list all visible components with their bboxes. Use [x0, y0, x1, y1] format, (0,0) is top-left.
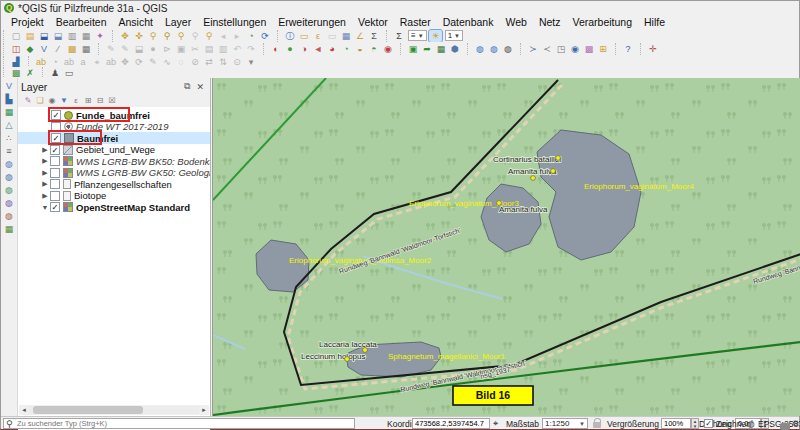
overlay-split-icon[interactable]: ◓ — [368, 43, 381, 55]
map-tips-icon[interactable]: ☀ — [429, 30, 442, 42]
menu-ansicht[interactable]: Ansicht — [112, 16, 158, 28]
statistical-summary-icon[interactable]: Σ — [368, 30, 381, 42]
hscroll-left-arrow[interactable]: ◂ — [19, 406, 29, 414]
zoom-full-icon[interactable]: ⚲ — [175, 30, 188, 42]
layout-runner-icon[interactable]: ▣ — [407, 43, 420, 55]
data-plot-icon[interactable]: ▟ — [10, 56, 23, 68]
python-console-icon[interactable]: ≻ — [527, 43, 540, 55]
hscroll-right-arrow[interactable]: ▸ — [199, 406, 209, 414]
add-postgis-layer-icon[interactable]: ◍ — [3, 171, 16, 183]
overlay-union-icon[interactable]: ● — [284, 43, 297, 55]
layer-item-funde-wt-2017-2019[interactable]: Funde WT 2017-2019 — [18, 121, 210, 133]
add-delimited-text-layer-icon[interactable]: ≡ — [3, 145, 16, 157]
measure-line-icon[interactable]: ∠ — [354, 30, 367, 42]
field-calculator-icon[interactable]: ▩ — [66, 43, 79, 55]
layer-item-gebiet-und-wege[interactable]: ▶✓Gebiet_und_Wege — [18, 144, 210, 156]
remove-layer-icon[interactable]: ☒ — [107, 96, 118, 106]
overlay-difference-icon[interactable]: ◐ — [270, 43, 283, 55]
redo-icon[interactable]: ↷ — [245, 43, 258, 55]
web-services-icon[interactable]: ◍ — [502, 43, 515, 55]
copy-features-icon[interactable]: ▤ — [203, 43, 216, 55]
magnifier-input[interactable] — [661, 418, 691, 429]
overlay-dissolve-icon[interactable]: ◉ — [382, 43, 395, 55]
add-mesh-layer-icon[interactable]: △ — [3, 119, 16, 131]
label-blocker-icon[interactable]: ⊘ — [189, 56, 202, 68]
layer-visibility-checkbox[interactable]: ✓ — [50, 145, 60, 155]
layer-labeling-icon[interactable]: ab — [35, 56, 48, 68]
label-pin-icon[interactable]: ⌖ — [91, 56, 104, 68]
style-manager-icon[interactable]: ✦ — [94, 30, 107, 42]
scale-combobox[interactable]: 1:1250▼ — [542, 418, 588, 429]
layer-item-wms-lgrb-bw-gk50-geologische[interactable]: ▶WMS LGRB-BW GK50: Geologische Karte 1 :… — [18, 167, 210, 179]
label-stack-icon[interactable]: ⇅ — [217, 56, 230, 68]
menu-verarbeitung[interactable]: Verarbeitung — [566, 16, 638, 28]
render-checkbox[interactable]: ✓ — [704, 419, 713, 428]
label-move-icon[interactable]: ✥ — [119, 56, 132, 68]
layer-item-biotope[interactable]: ▶Biotope — [18, 190, 210, 202]
menu-netz[interactable]: Netz — [533, 16, 567, 28]
save-project-icon[interactable]: ⬓ — [38, 30, 51, 42]
add-vector-layer-icon[interactable]: ▙ — [3, 93, 16, 105]
zoom-to-layer-icon[interactable]: ⚲ — [203, 30, 216, 42]
label-center-icon[interactable]: ⊙ — [231, 56, 244, 68]
layer-visibility-checkbox[interactable]: ✓ — [51, 110, 61, 120]
share-tool-icon[interactable]: ◉ — [569, 43, 582, 55]
menu-vektor[interactable]: Vektor — [352, 16, 394, 28]
layer-item-funde-baumfrei[interactable]: ✓Funde_baumfrei — [18, 109, 210, 121]
expander-icon[interactable]: ▼ — [40, 204, 50, 211]
label-callout-icon[interactable]: ◌ — [175, 56, 188, 68]
add-wfs-layer-icon[interactable]: ◍ — [3, 197, 16, 209]
add-arcgis-layer-icon[interactable]: ◍ — [3, 210, 16, 222]
crosshair-tool-icon[interactable]: ✛ — [647, 43, 660, 55]
crs-globe-icon[interactable]: ◍ — [747, 419, 755, 429]
filter-legend-icon[interactable]: ▼ — [59, 96, 70, 106]
open-project-icon[interactable]: ▤ — [24, 30, 37, 42]
add-spatialite-layer-icon[interactable]: ◍ — [3, 158, 16, 170]
add-wms-layer-icon[interactable]: ◍ — [3, 184, 16, 196]
select-features-icon[interactable]: ▭ — [298, 30, 311, 42]
open-layer-styling-icon[interactable]: ✎ — [23, 96, 34, 106]
overlay-intersect-icon[interactable]: ◕ — [326, 43, 339, 55]
menu-layer[interactable]: Layer — [159, 16, 197, 28]
paste-features-icon[interactable]: ▥ — [217, 43, 230, 55]
layout-manager-icon[interactable]: ▦ — [80, 30, 93, 42]
menu-einstellungen[interactable]: Einstellungen — [197, 16, 272, 28]
vertex-tool-icon[interactable]: ⊳ — [161, 43, 174, 55]
expander-icon[interactable]: ▶ — [40, 146, 50, 154]
toggle-editing-icon[interactable]: ✎ — [119, 43, 132, 55]
html-export-icon[interactable]: ◳ — [555, 43, 568, 55]
label-change-icon[interactable]: ✎ — [147, 56, 160, 68]
layer-item-openstreetmap-standard[interactable]: ▼✓OpenStreetMap Standard — [18, 201, 210, 213]
color-grid-icon[interactable]: ▩ — [583, 43, 596, 55]
deselect-all-icon[interactable]: ▭ — [326, 30, 339, 42]
overlay-erase-icon[interactable]: ◄ — [312, 43, 325, 55]
add-point-cloud-layer-icon[interactable]: ∴ — [3, 132, 16, 144]
layer-item-wms-lgrb-bw-bk50-bodenkarte-[interactable]: ▶WMS LGRB-BW BK50: Bodenkarte 1 : 50 000… — [18, 155, 210, 167]
pan-map-icon[interactable]: ✥ — [119, 30, 132, 42]
new-shapefile-layer-icon[interactable]: V — [38, 43, 51, 55]
new-project-icon[interactable]: ▢ — [10, 30, 23, 42]
messages-icon[interactable] — [780, 423, 790, 430]
help-contents-icon[interactable]: ? — [622, 43, 635, 55]
magnifier-spinner[interactable]: ▲▼ — [691, 418, 699, 429]
menu-erweiterungen[interactable]: Erweiterungen — [272, 16, 352, 28]
annotation-combo-icon[interactable]: ≡▼ — [408, 30, 427, 41]
temporal-controller-icon[interactable]: ◔ — [245, 30, 258, 42]
layer-visibility-checkbox[interactable]: ✓ — [51, 133, 61, 143]
expander-icon[interactable]: ▶ — [40, 192, 50, 200]
undo-icon[interactable]: ↶ — [231, 43, 244, 55]
zoom-in-icon[interactable]: ⚲ — [147, 30, 160, 42]
menu-hilfe[interactable]: Hilfe — [638, 16, 671, 28]
layer-visibility-checkbox[interactable] — [51, 122, 61, 132]
overlay-merge-icon[interactable]: ◒ — [354, 43, 367, 55]
new-virtual-layer-icon[interactable]: ∕ — [52, 43, 65, 55]
collapse-all-icon[interactable]: ⊟ — [95, 96, 106, 106]
layer-visibility-checkbox[interactable] — [50, 191, 60, 201]
result-table-icon[interactable]: ▦ — [435, 43, 448, 55]
grid-tool-icon[interactable]: ⊞ — [597, 43, 610, 55]
add-raster-layer-icon[interactable]: ▦ — [3, 106, 16, 118]
map-canvas[interactable]: Eriophorum_vaginatum_Moor3 Eriophorum_va… — [212, 78, 800, 416]
save-layer-edits-icon[interactable]: ⬓ — [133, 43, 146, 55]
delete-selected-icon[interactable]: ▣ — [175, 43, 188, 55]
geo-browser-icon[interactable]: ◍ — [488, 43, 501, 55]
